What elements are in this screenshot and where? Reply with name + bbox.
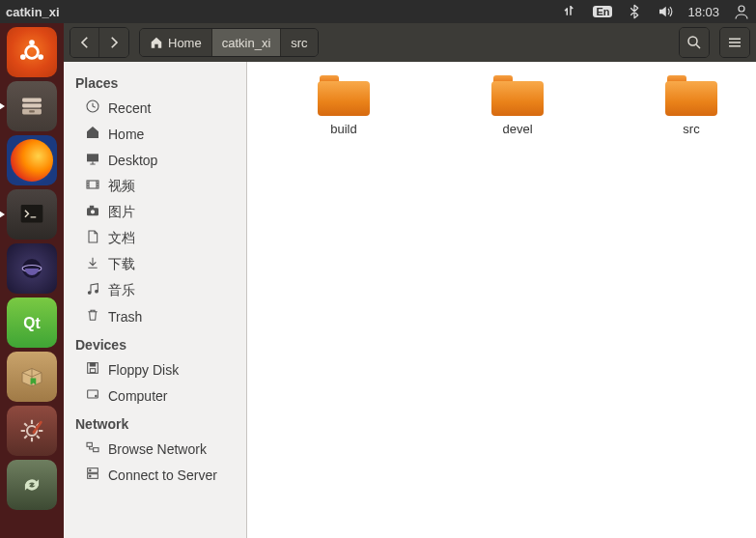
toolbar: Homecatkin_xisrc — [64, 23, 756, 62]
nav-buttons — [70, 27, 129, 58]
breadcrumb: Homecatkin_xisrc — [139, 28, 319, 57]
svg-rect-16 — [87, 154, 98, 161]
sidebar-item-图片[interactable]: 图片 — [64, 199, 246, 225]
volume-icon[interactable] — [657, 3, 674, 20]
clock-icon — [85, 99, 100, 117]
content-area[interactable]: builddevelsrc — [247, 62, 756, 538]
launcher-updater[interactable] — [7, 460, 57, 510]
svg-point-0 — [26, 46, 39, 59]
svg-point-21 — [88, 292, 91, 295]
session-icon[interactable] — [733, 3, 750, 20]
svg-rect-8 — [21, 205, 43, 222]
doc-icon — [85, 229, 100, 247]
sidebar-item-label: Recent — [108, 100, 151, 116]
svg-rect-7 — [29, 110, 35, 112]
input-method-badge[interactable]: En — [593, 6, 612, 17]
sidebar-item-recent[interactable]: Recent — [64, 95, 246, 121]
sidebar-heading-network: Network — [64, 409, 246, 436]
crumb-home[interactable]: Home — [140, 29, 212, 56]
launcher-settings[interactable] — [7, 406, 57, 456]
disk-icon — [85, 386, 100, 405]
sidebar-heading-places: Places — [64, 68, 246, 95]
view-options-button[interactable] — [720, 28, 749, 57]
launcher-files[interactable] — [7, 81, 57, 131]
sidebar-item-label: 图片 — [108, 204, 135, 221]
folder-build[interactable]: build — [305, 75, 382, 136]
sidebar-item-文档[interactable]: 文档 — [64, 225, 246, 251]
svg-rect-25 — [90, 369, 95, 373]
sidebar-item-computer[interactable]: Computer — [64, 382, 246, 409]
sidebar-item-label: 音乐 — [108, 282, 135, 299]
server-icon — [85, 466, 100, 484]
sidebar-heading-devices: Devices — [64, 329, 246, 356]
svg-text:Qt: Qt — [23, 315, 40, 331]
net-icon — [85, 439, 100, 458]
svg-rect-20 — [90, 206, 93, 208]
svg-rect-24 — [90, 363, 95, 366]
sidebar: PlacesRecentHomeDesktop视频图片文档下载音乐TrashDe… — [64, 62, 247, 538]
launcher-software-pkg[interactable] — [7, 352, 57, 402]
video-icon — [85, 177, 100, 195]
folder-label: build — [330, 122, 356, 136]
svg-point-22 — [96, 290, 98, 293]
launcher-terminal[interactable] — [7, 189, 57, 240]
search-button[interactable] — [680, 28, 709, 57]
sidebar-item-label: Computer — [108, 388, 167, 404]
menubar: catkin_xi En 18:03 — [0, 0, 756, 23]
network-icon[interactable] — [562, 3, 579, 20]
sidebar-item-label: 视频 — [108, 178, 135, 195]
window-body: PlacesRecentHomeDesktop视频图片文档下载音乐TrashDe… — [64, 62, 756, 538]
sidebar-item-connect-to-server[interactable]: Connect to Server — [64, 462, 246, 488]
toolbar-menu-group — [719, 27, 750, 58]
launcher-eclipse[interactable] — [7, 243, 57, 294]
crumb-src[interactable]: src — [281, 29, 317, 56]
bluetooth-icon[interactable] — [626, 3, 643, 20]
sidebar-item-floppy-disk[interactable]: Floppy Disk — [64, 356, 246, 382]
window-title: catkin_xi — [6, 5, 60, 19]
sidebar-item-label: Floppy Disk — [108, 362, 179, 378]
svg-rect-28 — [87, 442, 92, 446]
sidebar-item-home[interactable]: Home — [64, 121, 246, 147]
svg-rect-5 — [22, 103, 42, 107]
folder-devel[interactable]: devel — [479, 75, 556, 136]
sidebar-item-下载[interactable]: 下载 — [64, 251, 246, 277]
sidebar-item-视频[interactable]: 视频 — [64, 173, 246, 199]
sidebar-item-音乐[interactable]: 音乐 — [64, 277, 246, 303]
sidebar-item-label: Desktop — [108, 153, 157, 168]
file-manager-window: Homecatkin_xisrc PlacesRecentHomeDesktop… — [64, 23, 756, 538]
folder-grid: builddevelsrc — [259, 75, 744, 136]
toolbar-right — [679, 27, 710, 58]
clock[interactable]: 18:03 — [687, 5, 719, 19]
back-button[interactable] — [70, 28, 99, 57]
sidebar-item-browse-network[interactable]: Browse Network — [64, 436, 246, 462]
home-icon — [85, 125, 100, 143]
svg-point-1 — [29, 40, 35, 45]
floppy-icon — [85, 360, 100, 379]
sidebar-item-label: Browse Network — [108, 441, 207, 457]
sidebar-item-trash[interactable]: Trash — [64, 303, 246, 329]
svg-rect-4 — [22, 99, 42, 102]
down-icon — [85, 255, 100, 273]
launcher-qt-creator[interactable]: Qt — [7, 297, 57, 348]
forward-button[interactable] — [99, 28, 128, 57]
crumb-catkin_xi[interactable]: catkin_xi — [212, 29, 282, 56]
status-area: En 18:03 — [562, 3, 750, 20]
sidebar-item-label: Home — [108, 127, 144, 142]
sidebar-item-label: Trash — [108, 309, 142, 325]
sidebar-item-label: Connect to Server — [108, 467, 217, 483]
music-icon — [85, 281, 100, 299]
folder-icon — [491, 75, 544, 116]
launcher-ubuntu-dash[interactable] — [7, 27, 57, 77]
svg-point-14 — [688, 37, 697, 45]
svg-point-3 — [20, 54, 26, 60]
svg-point-19 — [90, 210, 95, 214]
sidebar-item-label: 下载 — [108, 256, 135, 273]
svg-point-2 — [38, 54, 43, 60]
launcher-firefox[interactable] — [7, 135, 57, 185]
folder-src[interactable]: src — [653, 75, 730, 136]
folder-icon — [318, 75, 370, 116]
sidebar-item-label: 文档 — [108, 230, 135, 247]
svg-rect-29 — [94, 448, 98, 452]
sidebar-item-desktop[interactable]: Desktop — [64, 147, 246, 173]
svg-point-27 — [96, 395, 97, 396]
